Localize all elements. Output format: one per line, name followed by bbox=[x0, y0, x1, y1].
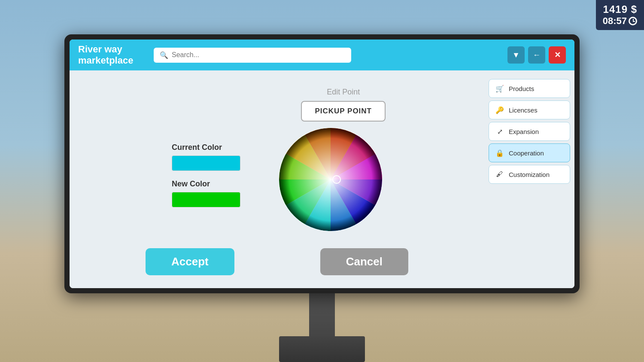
edit-point-section: Edit Point PICKUP POINT bbox=[301, 88, 386, 122]
application-window: River waymarketplace 🔍 ▼ ← ✕ Curr bbox=[70, 40, 574, 288]
search-input[interactable] bbox=[172, 51, 345, 59]
dropdown-button[interactable]: ▼ bbox=[507, 46, 525, 64]
sidebar-item-cooperation[interactable]: 🔒 Cooperation bbox=[489, 143, 570, 162]
licencses-label: Licencses bbox=[509, 106, 538, 114]
svg-point-2 bbox=[279, 128, 382, 231]
money-display: 1419 $ bbox=[603, 3, 637, 15]
hud-panel: 1419 $ 08:57 bbox=[596, 0, 644, 30]
search-bar[interactable]: 🔍 bbox=[154, 48, 351, 63]
sidebar-item-products[interactable]: 🛒 Products bbox=[489, 79, 570, 98]
monitor: River waymarketplace 🔍 ▼ ← ✕ Curr bbox=[64, 34, 580, 293]
color-wheel-container[interactable] bbox=[279, 128, 382, 231]
sidebar-item-expansion[interactable]: ⤢ Expansion bbox=[489, 122, 570, 141]
sidebar-item-customization[interactable]: 🖋 Customization bbox=[489, 165, 570, 184]
expansion-icon: ⤢ bbox=[495, 127, 504, 136]
clock-icon bbox=[629, 17, 637, 25]
cooperation-icon: 🔒 bbox=[495, 148, 504, 158]
center-area: Current Color New Color bbox=[70, 70, 484, 288]
titlebar: River waymarketplace 🔍 ▼ ← ✕ bbox=[70, 40, 574, 70]
bottom-bar: Accept Cancel bbox=[70, 248, 484, 275]
expansion-label: Expansion bbox=[509, 128, 539, 135]
current-color-label: Current Color bbox=[172, 143, 222, 152]
new-color-label: New Color bbox=[172, 179, 210, 189]
accept-button[interactable]: Accept bbox=[146, 248, 234, 275]
color-wheel[interactable] bbox=[279, 128, 382, 231]
main-content: Current Color New Color bbox=[70, 70, 574, 288]
licencses-icon: 🔑 bbox=[495, 105, 504, 115]
monitor-stand-neck bbox=[309, 287, 335, 338]
color-section: Current Color New Color bbox=[172, 143, 240, 216]
monitor-stand-base bbox=[279, 336, 365, 362]
titlebar-controls: ▼ ← ✕ bbox=[507, 46, 566, 64]
edit-point-label: Edit Point bbox=[301, 88, 386, 97]
current-color-swatch bbox=[172, 155, 240, 171]
customization-icon: 🖋 bbox=[495, 170, 504, 179]
products-label: Products bbox=[509, 85, 534, 92]
pickup-point-button[interactable]: PICKUP POINT bbox=[301, 101, 386, 122]
sidebar-item-licencses[interactable]: 🔑 Licencses bbox=[489, 100, 570, 119]
search-icon: 🔍 bbox=[160, 51, 168, 59]
cooperation-label: Cooperation bbox=[509, 149, 544, 157]
right-sidebar: 🛒 Products 🔑 Licencses ⤢ Expansion 🔒 Coo… bbox=[484, 70, 574, 288]
close-button[interactable]: ✕ bbox=[549, 46, 566, 64]
cancel-button[interactable]: Cancel bbox=[320, 248, 408, 275]
new-color-swatch bbox=[172, 192, 240, 207]
products-icon: 🛒 bbox=[495, 84, 504, 93]
monitor-screen: River waymarketplace 🔍 ▼ ← ✕ Curr bbox=[70, 40, 574, 288]
app-title: River waymarketplace bbox=[78, 44, 147, 67]
back-button[interactable]: ← bbox=[528, 46, 545, 64]
time-display: 08:57 bbox=[603, 15, 637, 27]
customization-label: Customization bbox=[509, 171, 550, 178]
